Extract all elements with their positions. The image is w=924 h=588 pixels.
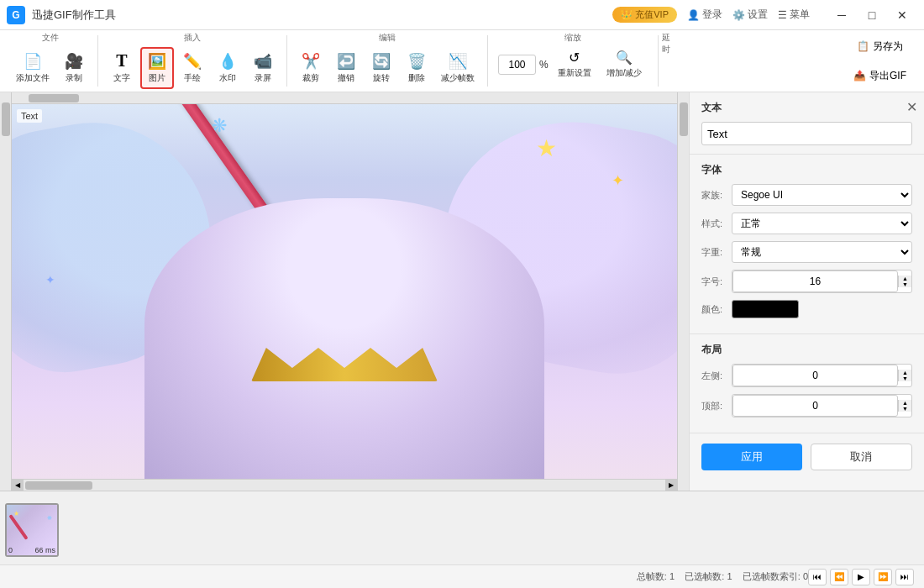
canvas-v-scroll-left[interactable]	[0, 92, 12, 491]
image-tool-button[interactable]: 🖼️ 图片	[140, 47, 174, 89]
nav-play-button[interactable]: ▶	[852, 569, 870, 585]
image-label: 图片	[149, 72, 165, 84]
v-scroll-thumb-right	[680, 102, 688, 136]
export-gif-button[interactable]: 📤 导出GIF	[848, 65, 912, 87]
right-panel: ✕ 文本 字体 家族: Segoe UI Arial 宋体 微软雅黑 样式:	[689, 92, 924, 491]
panel-close-button[interactable]: ✕	[906, 99, 917, 115]
apply-button[interactable]: 应用	[701, 444, 802, 470]
font-family-select[interactable]: Segoe UI Arial 宋体 微软雅黑	[732, 184, 912, 206]
zoom-control-button[interactable]: 🔍 增加/减少	[601, 45, 648, 83]
layout-left-up[interactable]: ▲	[898, 370, 911, 375]
font-size-up[interactable]: ▲	[898, 276, 911, 281]
reset-zoom-icon: ↺	[569, 50, 580, 66]
edit-group-label: 编辑	[291, 32, 484, 44]
watermark-icon: 💧	[218, 52, 237, 71]
delete-button[interactable]: 🗑️ 删除	[400, 48, 433, 88]
nav-prev-button[interactable]: ⏪	[830, 569, 848, 585]
watermark-button[interactable]: 💧 水印	[211, 48, 244, 88]
text-label: 文字	[113, 72, 130, 84]
layout-left-field: 左侧: ▲ ▼	[701, 364, 912, 387]
vip-button[interactable]: 👑 充值VIP	[612, 7, 677, 23]
login-button[interactable]: 👤 登录	[687, 8, 722, 22]
maximize-button[interactable]: □	[857, 3, 887, 27]
zoom-control-icon: 🔍	[616, 50, 633, 66]
edit-group-items: ✂️ 裁剪 ↩️ 撤销 🔄 旋转 🗑️ 删除 📉 减少帧数	[294, 44, 480, 92]
toolbar-group-file: 文件 📄 添加文件 🎥 录制	[7, 30, 94, 92]
color-swatch[interactable]	[732, 300, 799, 318]
selected-index: 已选帧数索引: 0	[743, 571, 808, 581]
text-input[interactable]	[701, 122, 912, 145]
nav-next-button[interactable]: ⏩	[874, 569, 892, 585]
timeline-frames: ★ ❋ 0 66 ms	[0, 491, 924, 564]
toolbar-group-delay: 延时	[662, 30, 669, 92]
file-group-label: 文件	[7, 32, 94, 44]
reduce-frames-button[interactable]: 📉 减少帧数	[435, 48, 480, 88]
layout-top-up[interactable]: ▲	[898, 400, 911, 406]
layout-top-down[interactable]: ▼	[898, 406, 911, 412]
cancel-button[interactable]: 取消	[811, 444, 913, 470]
status-bar: 总帧数: 1 已选帧数: 1 已选帧数索引: 0 ⏮ ⏪ ▶ ⏩ ⏭	[0, 564, 924, 588]
selected-frames: 已选帧数: 1	[685, 571, 732, 581]
zoom-input[interactable]	[498, 55, 536, 75]
crop-button[interactable]: ✂️ 裁剪	[294, 48, 328, 88]
record-label: 录制	[66, 72, 82, 84]
settings-label: 设置	[748, 8, 768, 22]
scroll-left-arrow[interactable]: ◀	[12, 480, 24, 491]
login-label: 登录	[702, 8, 722, 22]
frame-index-0: 0	[8, 546, 13, 554]
layout-left-down[interactable]: ▼	[898, 375, 911, 381]
nav-first-button[interactable]: ⏮	[808, 569, 827, 585]
font-color-field: 颜色:	[701, 300, 912, 318]
menu-icon: ☰	[778, 9, 787, 21]
nav-last-button[interactable]: ⏭	[895, 569, 914, 585]
anime-canvas[interactable]: ★ ❋ ✦ ✦ Text	[12, 104, 677, 479]
scroll-right-arrow[interactable]: ▶	[665, 480, 677, 491]
toolbar: 文件 📄 添加文件 🎥 录制 插入 T 文字 🖼️ 图片 ✏	[0, 30, 924, 92]
font-size-down[interactable]: ▼	[898, 281, 911, 287]
crop-label: 裁剪	[302, 72, 319, 84]
layout-left-input[interactable]	[732, 365, 898, 386]
font-size-input[interactable]	[732, 270, 898, 292]
reset-zoom-button[interactable]: ↺ 重新设置	[552, 45, 597, 83]
frame-duration-0: 66 ms	[34, 546, 55, 554]
screen-record-label: 录屏	[255, 72, 271, 84]
close-button[interactable]: ✕	[887, 3, 917, 27]
frame-thumb-0[interactable]: ★ ❋ 0 66 ms	[5, 503, 59, 557]
add-file-button[interactable]: 📄 添加文件	[10, 48, 55, 88]
font-style-select[interactable]: 正常 粗体 斜体	[732, 213, 912, 234]
nav-controls: ⏮ ⏪ ▶ ⏩ ⏭	[808, 569, 914, 585]
star-3: ✦	[612, 171, 624, 190]
canvas-h-scroll-top[interactable]	[12, 92, 677, 104]
canvas-wrapper: ★ ❋ ✦ ✦ Text ◀ ▶	[0, 92, 689, 491]
sep-1	[97, 35, 98, 87]
font-weight-select[interactable]: 常规 粗体 细体	[732, 241, 912, 263]
save-label: 另存为	[873, 39, 903, 54]
rotate-icon: 🔄	[372, 52, 391, 71]
canvas-v-scroll-right[interactable]	[677, 92, 689, 491]
draw-label: 手绘	[184, 72, 201, 84]
delay-group-label: 延时	[662, 32, 669, 55]
font-family-field: 家族: Segoe UI Arial 宋体 微软雅黑	[701, 184, 912, 206]
insert-group-items: T 文字 🖼️ 图片 ✏️ 手绘 💧 水印 📹 录屏	[105, 44, 280, 92]
font-weight-label: 字重:	[701, 246, 732, 259]
draw-tool-button[interactable]: ✏️ 手绘	[176, 48, 209, 88]
minimize-button[interactable]: ─	[827, 3, 857, 27]
menu-button[interactable]: ☰ 菜单	[778, 8, 810, 22]
rotate-button[interactable]: 🔄 旋转	[365, 48, 398, 88]
crop-icon: ✂️	[302, 52, 320, 71]
text-tool-button[interactable]: T 文字	[105, 47, 139, 88]
undo-button[interactable]: ↩️ 撤销	[329, 48, 363, 88]
save-as-button[interactable]: 📋 另存为	[848, 35, 912, 58]
watermark-label: 水印	[219, 72, 236, 84]
screen-record-button[interactable]: 📹 录屏	[246, 48, 280, 88]
h-scroll-track	[24, 480, 665, 491]
record-icon: 🎥	[65, 52, 83, 71]
record-button[interactable]: 🎥 录制	[57, 48, 91, 88]
settings-button[interactable]: ⚙️ 设置	[732, 8, 768, 22]
reset-zoom-label: 重新设置	[558, 67, 591, 79]
file-group-items: 📄 添加文件 🎥 录制	[10, 44, 91, 92]
h-scroll-thumb-bottom	[25, 481, 92, 490]
canvas-h-scroll-bottom[interactable]: ◀ ▶	[12, 479, 677, 491]
draw-icon: ✏️	[183, 52, 202, 71]
layout-top-input[interactable]	[732, 395, 898, 417]
